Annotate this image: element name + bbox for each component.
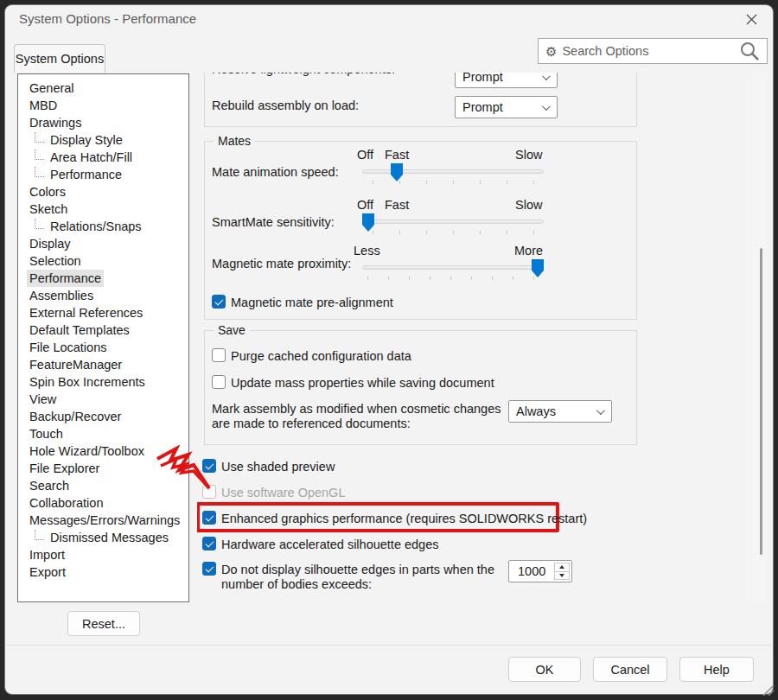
sidebar-item-featuremanager[interactable]: FeatureManager [18,356,188,373]
close-button[interactable] [740,9,762,29]
sidebar-item-area-hatch-fill[interactable]: Area Hatch/Fill [18,149,188,166]
group-mates-title: Mates [214,134,255,148]
sidebar-item-relations-snaps[interactable]: Relations/Snaps [18,218,188,235]
mate-animation-speed-slider[interactable] [362,169,544,174]
sidebar-item-display[interactable]: Display [18,235,188,252]
magnetic-mate-prealignment-checkbox[interactable] [212,295,226,309]
no-silhouette-edges-checkbox[interactable] [202,562,216,576]
mark-modified-label-line1: Mark assembly as modified when cosmetic … [212,402,501,416]
sidebar-item-file-locations[interactable]: File Locations [18,339,188,356]
sidebar-item-sketch[interactable]: Sketch [18,200,188,218]
resolve-lightweight-dropdown[interactable]: Prompt [455,73,558,88]
tree-elbow [35,530,44,540]
sidebar-item-backup-recover[interactable]: Backup/Recover [18,408,188,425]
sidebar-item-assemblies[interactable]: Assemblies [18,287,188,304]
slider-thumb[interactable] [532,259,544,277]
sidebar-item-messages-errors-warnings[interactable]: Messages/Errors/Warnings [18,512,188,529]
slider2-off-label: Off [357,198,373,212]
group-save: Save Purge cached configuration data Upd… [204,330,637,445]
chevron-down-icon [542,102,551,111]
sidebar-item-colors[interactable]: Colors [18,183,188,200]
enhanced-graphics-checkbox[interactable] [202,511,216,525]
close-icon [746,14,757,25]
slider1-slow-label: Slow [515,148,542,162]
tree-elbow [35,167,44,177]
use-software-opengl-label: Use software OpenGL [221,486,345,500]
options-tree: General MBD Drawings Display Style Area … [17,73,189,602]
tab-label: System Options [16,52,104,66]
search-placeholder: Search Options [562,44,734,58]
red-arrow-annotation [152,445,221,499]
slider-ticks [373,231,536,234]
group-save-title: Save [214,323,250,337]
sidebar-item-selection[interactable]: Selection [18,252,188,270]
chevron-down-icon [542,73,551,80]
resolve-lightweight-label: Resolve lightweight components: [212,73,395,76]
group-mates: Mates Off Fast Slow Mate animation speed… [204,141,637,320]
sidebar-item-touch[interactable]: Touch [18,425,188,442]
purge-cached-checkbox[interactable] [212,348,226,362]
mark-modified-dropdown[interactable]: Always [508,400,612,423]
sidebar-item-view[interactable]: View [18,391,188,408]
slider1-fast-label: Fast [385,148,409,162]
tab-system-options[interactable]: System Options [14,44,105,73]
update-mass-checkbox[interactable] [212,375,226,389]
ok-button[interactable]: OK [508,657,581,682]
slider2-fast-label: Fast [385,198,409,212]
help-button[interactable]: Help [679,657,754,682]
hardware-silhouette-checkbox[interactable] [202,537,216,550]
slider1-off-label: Off [357,148,373,162]
slider-ticks [367,277,535,280]
sidebar-item-drawings[interactable]: Drawings [18,114,188,131]
slider2-slow-label: Slow [515,198,542,212]
sidebar-item-general[interactable]: General [18,80,188,97]
reset-button[interactable]: Reset... [67,611,140,636]
spin-up-icon[interactable] [555,563,569,571]
use-shaded-preview-label: Use shaded preview [221,460,335,474]
tree-elbow [35,219,44,229]
scrollbar-track[interactable] [751,73,767,602]
spin-down-icon[interactable] [555,571,569,580]
magnetic-mate-proximity-label: Magnetic mate proximity: [212,257,351,270]
no-silhouette-edges-label-line2: number of bodies exceeds: [221,577,372,591]
footer-divider [6,645,772,646]
tree-elbow [35,150,44,160]
sidebar-item-drawings-performance[interactable]: Performance [18,166,188,183]
sidebar-item-import[interactable]: Import [18,546,188,563]
sidebar-item-export[interactable]: Export [18,563,188,581]
sidebar-item-performance-selected[interactable]: Performance [18,270,188,287]
mark-modified-label-line2: are made to referenced documents: [212,417,411,430]
magnetic-mate-prealignment-label: Magnetic mate pre-alignment [231,296,393,309]
purge-cached-label: Purge cached configuration data [231,349,411,363]
enhanced-graphics-label: Enhanced graphics performance (requires … [221,512,587,525]
search-icon[interactable] [739,41,760,61]
no-silhouette-edges-label-line1: Do not display silhouette edges in parts… [221,563,494,576]
slider-ticks [373,181,536,184]
mate-animation-speed-label: Mate animation speed: [212,165,339,179]
rebuild-assembly-dropdown[interactable]: Prompt [455,96,558,118]
update-mass-label: Update mass properties while saving docu… [231,376,494,390]
spinner-buttons [554,563,570,580]
scrollbar-thumb[interactable] [760,248,762,555]
slider3-less-label: Less [354,244,380,258]
hardware-silhouette-label: Hardware accelerated silhouette edges [221,538,438,551]
sidebar-item-default-templates[interactable]: Default Templates [18,321,188,339]
cancel-button[interactable]: Cancel [593,657,667,682]
sidebar-item-spin-box-increments[interactable]: Spin Box Increments [18,373,188,391]
smartmate-sensitivity-label: SmartMate sensitivity: [212,215,335,229]
slider-thumb[interactable] [391,163,403,181]
sidebar-item-mbd[interactable]: MBD [18,97,188,114]
magnetic-mate-proximity-slider[interactable] [362,265,544,270]
sidebar-item-dismissed-messages[interactable]: Dismissed Messages [18,529,188,546]
search-options-input[interactable]: ⚙ Search Options [538,38,768,64]
chevron-down-icon [596,406,605,415]
resize-grip-icon[interactable] [760,682,775,697]
bodies-count-spinner[interactable]: 1000 [508,560,572,582]
smartmate-sensitivity-slider[interactable] [362,220,544,224]
slider3-more-label: More [514,244,543,258]
slider-thumb[interactable] [362,213,374,232]
group-load: Resolve lightweight components: Prompt R… [204,73,637,127]
sidebar-item-external-references[interactable]: External References [18,304,188,321]
tree-elbow [35,132,44,143]
sidebar-item-display-style[interactable]: Display Style [18,131,188,149]
